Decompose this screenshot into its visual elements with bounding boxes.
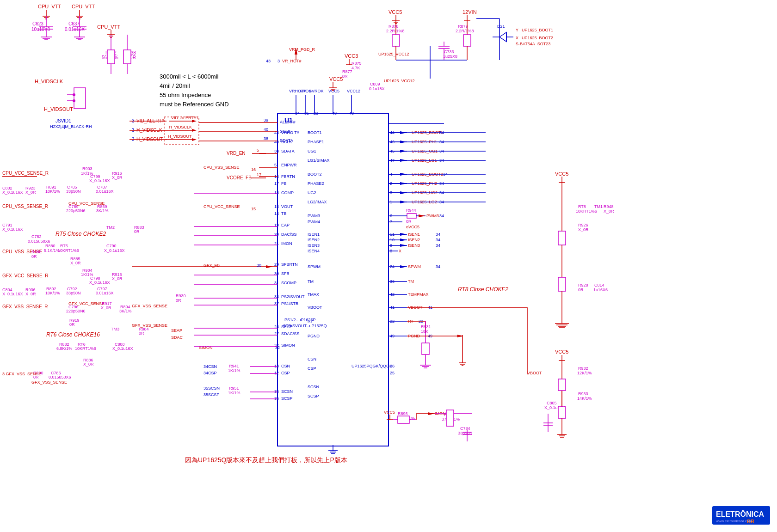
svg-text:TEMPMAX: TEMPMAX <box>408 292 429 297</box>
svg-text:PHASE1: PHASE1 <box>308 140 324 144</box>
svg-text:SVROK: SVROK <box>309 89 324 93</box>
svg-text:C784: C784 <box>460 426 470 431</box>
svg-rect-37 <box>107 50 115 64</box>
svg-rect-562 <box>446 410 454 426</box>
svg-text:TB: TB <box>281 211 287 216</box>
svg-text:34: 34 <box>204 371 208 375</box>
svg-point-49 <box>73 99 75 102</box>
svg-text:H2X2[4]M_BLACK-RH: H2X2[4]M_BLACK-RH <box>50 124 92 129</box>
svg-text:CSP: CSP <box>308 366 316 371</box>
svg-text:10KRT1%6: 10KRT1%6 <box>58 248 79 253</box>
svg-text:SDAC: SDAC <box>171 335 183 340</box>
svg-text:48: 48 <box>349 111 354 116</box>
svg-text:40: 40 <box>274 140 279 144</box>
svg-text:R944: R944 <box>406 208 416 213</box>
svg-text:因為UP1625Q版本來不及趕上我們打板，所以先上P版本: 因為UP1625Q版本來不及趕上我們打板，所以先上P版本 <box>185 456 347 464</box>
svg-text:H_VIDSOUT: H_VIDSOUT <box>168 134 192 139</box>
svg-text:C809: C809 <box>370 82 380 86</box>
svg-text:H_VIDSCLK: H_VIDSCLK <box>35 79 63 84</box>
svg-text:0R: 0R <box>176 298 181 303</box>
svg-text:X_0R: X_0R <box>604 209 614 214</box>
svg-text:X_0R: X_0R <box>70 261 81 265</box>
svg-text:D21: D21 <box>497 24 505 29</box>
svg-text:H_VIDSCLK: H_VIDSCLK <box>169 125 192 129</box>
svg-text:220p50N6: 220p50N6 <box>66 208 86 213</box>
svg-text:GFX_VSS_SENSE: GFX_VSS_SENSE <box>132 304 167 308</box>
svg-text:1K/1%: 1K/1% <box>228 368 240 373</box>
svg-text:CPU_VCC_SENSE: CPU_VCC_SENSE <box>68 201 105 206</box>
svg-text:ALERT#: ALERT# <box>280 120 296 124</box>
svg-text:34: 34 <box>204 364 208 369</box>
svg-text:R877: R877 <box>342 69 352 74</box>
svg-text:CPU_VTT: CPU_VTT <box>72 4 95 9</box>
svg-text:GFX_FB: GFX_FB <box>204 263 220 268</box>
svg-text:BOOT1: BOOT1 <box>308 130 322 135</box>
svg-text:X_0R: X_0R <box>112 276 123 281</box>
svg-text:2.2R/1%8: 2.2R/1%8 <box>456 29 474 33</box>
svg-text:CSP: CSP <box>281 371 290 375</box>
svg-rect-508 <box>558 277 566 291</box>
svg-text:UP1625_VCC12: UP1625_VCC12 <box>378 52 409 56</box>
svg-text:X_0R: X_0R <box>101 306 111 310</box>
svg-text:12VIN: 12VIN <box>462 9 477 15</box>
svg-text:UP1625_VCC12: UP1625_VCC12 <box>384 79 415 83</box>
svg-text:14: 14 <box>274 211 279 216</box>
svg-text:2.2R/1%8: 2.2R/1%8 <box>386 29 405 33</box>
svg-text:DAC/SS: DAC/SS <box>281 232 297 237</box>
svg-text:LG2/IMAX: LG2/IMAX <box>308 200 327 204</box>
svg-text:RT8: RT8 <box>578 204 586 209</box>
svg-rect-568 <box>392 35 400 46</box>
svg-text:oVCC5: oVCC5 <box>406 225 419 229</box>
svg-text:3K/1%: 3K/1% <box>119 309 132 313</box>
svg-text:PWM3: PWM3 <box>308 214 320 218</box>
svg-text:SDATA: SDATA <box>281 149 295 153</box>
svg-text:17: 17 <box>274 181 279 186</box>
svg-text:CPU_VTT: CPU_VTT <box>38 4 61 9</box>
svg-text:1u25X8: 1u25X8 <box>443 54 457 59</box>
svg-text:18: 18 <box>274 190 279 195</box>
svg-text:39: 39 <box>264 118 268 122</box>
svg-text:X_0R: X_0R <box>25 292 36 296</box>
svg-text:X_0.1u16X: X_0.1u16X <box>2 227 23 232</box>
svg-text:0R: 0R <box>578 287 584 292</box>
svg-rect-547 <box>558 407 566 418</box>
schematic-diagram: CPU_VTT CPU_VTT C623 10u10Y8 C637 0.01u1… <box>0 0 777 532</box>
svg-text:EAP: EAP <box>281 223 290 227</box>
svg-text:PWM4: PWM4 <box>308 220 320 224</box>
svg-text:SIMON: SIMON <box>281 343 295 348</box>
svg-text:www.eletronicabr.com: www.eletronicabr.com <box>715 519 752 523</box>
svg-rect-558 <box>398 416 409 423</box>
svg-rect-532 <box>422 343 429 355</box>
svg-text:UP1625_BOOT1: UP1625_BOOT1 <box>522 28 553 32</box>
svg-text:R926: R926 <box>578 223 588 227</box>
svg-text:0.01u16X: 0.01u16X <box>96 291 114 295</box>
svg-text:VCORE_FB: VCORE_FB <box>227 175 252 180</box>
svg-text:SIMON: SIMON <box>199 345 213 350</box>
svg-text:R880: R880 <box>45 244 56 248</box>
svg-text:25: 25 <box>390 371 395 375</box>
svg-text:LG1/SIMAX: LG1/SIMAX <box>308 158 330 163</box>
svg-text:R931: R931 <box>421 324 431 329</box>
svg-text:ELETRÔNICA: ELETRÔNICA <box>716 510 764 518</box>
svg-text:ISEN1: ISEN1 <box>408 232 420 237</box>
schematic-container: CPU_VTT CPU_VTT C623 10u10Y8 C637 0.01u1… <box>0 0 777 532</box>
svg-text:29: 29 <box>274 262 279 267</box>
svg-text:SCLK: SCLK <box>280 129 291 134</box>
svg-text:C637: C637 <box>68 21 80 26</box>
svg-text:40: 40 <box>264 127 268 132</box>
svg-text:34: 34 <box>436 232 440 237</box>
svg-text:VCC12: VCC12 <box>347 89 360 93</box>
svg-text:13: 13 <box>274 364 279 368</box>
svg-text:0.015u50X6: 0.015u50X6 <box>28 239 50 244</box>
svg-text:10KRT1%6: 10KRT1%6 <box>576 209 597 214</box>
svg-text:1u16X6: 1u16X6 <box>593 287 608 292</box>
svg-text:ISEN2: ISEN2 <box>308 238 320 242</box>
svg-text:R879: R879 <box>458 24 468 29</box>
svg-text:X_0.1u16X: X_0.1u16X <box>112 346 133 351</box>
svg-text:35: 35 <box>274 396 279 401</box>
svg-text:SDATA: SDATA <box>280 138 293 143</box>
svg-text:SPWM: SPWM <box>308 264 321 269</box>
svg-text:5.1K/1%: 5.1K/1% <box>44 248 60 253</box>
svg-text:BOOT2: BOOT2 <box>308 172 322 177</box>
svg-rect-42 <box>123 50 131 64</box>
